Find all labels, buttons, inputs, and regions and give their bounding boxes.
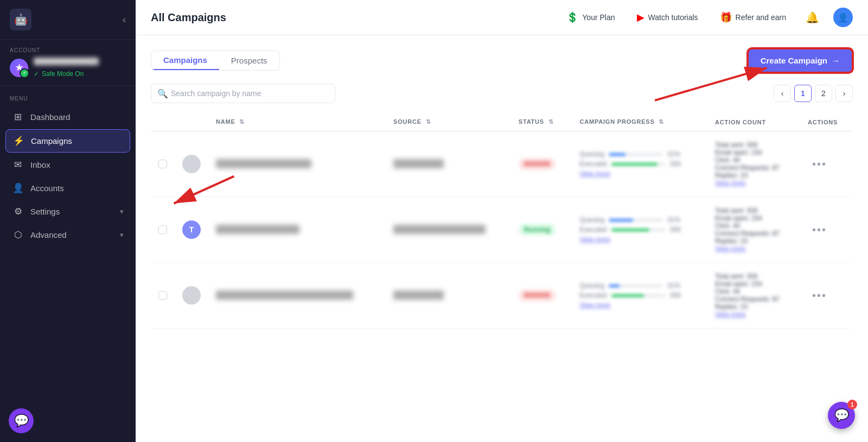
row2-actions-cell: ••• bbox=[800, 197, 853, 263]
pagination-page1-button[interactable]: 1 bbox=[794, 85, 812, 102]
row2-action-count-cell: Total sent: 359 Email open: 154 Click: 4… bbox=[707, 197, 800, 263]
header-actions: 💲 Your Plan ▶ Watch tutorials 🎁 Refer an… bbox=[561, 8, 853, 27]
create-campaign-button[interactable]: Create Campaign → bbox=[748, 48, 853, 73]
row3-checkbox[interactable] bbox=[158, 291, 167, 300]
row3-source-cell: Not Imported bbox=[386, 263, 511, 329]
chat-widget-button[interactable]: 💬 1 bbox=[828, 402, 855, 429]
row3-status-badge: XXXXXX bbox=[519, 289, 556, 301]
main-content: All Campaigns 💲 Your Plan ▶ Watch tutori… bbox=[136, 0, 868, 442]
row3-view-more-link[interactable]: View more bbox=[579, 301, 700, 309]
sidebar-item-accounts[interactable]: 👤 Accounts bbox=[5, 177, 130, 199]
row3-action-view-more[interactable]: View more bbox=[715, 311, 745, 318]
col-header-status: STATUS ⇅ bbox=[511, 113, 572, 131]
row2-status-badge: Running bbox=[519, 224, 556, 236]
row1-action-count-cell: Total sent: 359 Email open: 154 Click: 4… bbox=[707, 131, 800, 197]
row2-check-cell bbox=[151, 197, 175, 263]
tab-prospects[interactable]: Prospects bbox=[219, 51, 279, 70]
sidebar-item-advanced[interactable]: ⬡ Advanced ▾ bbox=[5, 224, 130, 246]
safe-mode-check-icon: ✓ bbox=[34, 70, 39, 78]
table-header-row: NAME ⇅ SOURCE ⇅ STATUS ⇅ CAMPAIGN PROGRE… bbox=[151, 113, 853, 131]
pagination-page2-button[interactable]: 2 bbox=[815, 85, 832, 102]
sidebar-item-label-accounts: Accounts bbox=[30, 184, 64, 193]
row2-avatar-cell: T bbox=[175, 197, 208, 263]
youtube-icon: ▶ bbox=[637, 11, 644, 23]
sidebar-item-settings[interactable]: ⚙ Settings ▾ bbox=[5, 200, 130, 223]
menu-section-label: MENU bbox=[0, 86, 136, 106]
row1-avatar bbox=[182, 155, 201, 173]
tab-campaigns[interactable]: Campaigns bbox=[151, 51, 219, 70]
col-header-progress: CAMPAIGN PROGRESS ⇅ bbox=[572, 113, 707, 131]
row2-source: LinkedIn Search blurred bbox=[393, 225, 486, 234]
sidebar-chat-button[interactable]: 💬 bbox=[9, 408, 34, 433]
logo-icon[interactable]: 🤖 bbox=[10, 9, 31, 30]
progress-sort-icon[interactable]: ⇅ bbox=[659, 118, 664, 125]
sidebar-item-label-dashboard: Dashboard bbox=[30, 112, 70, 122]
row1-progress-cell: Queuing 31% Executed 359 View more bbox=[572, 131, 707, 197]
content-top-row: Campaigns Prospects Create Campaign → bbox=[151, 48, 853, 73]
row3-progress-cell: Queuing 31% Executed 359 View more bbox=[572, 263, 707, 329]
row2-more-button[interactable]: ••• bbox=[808, 222, 831, 238]
sidebar-header: 🤖 ‹ bbox=[0, 0, 136, 40]
row3-name: LinkedIn Campaign 2.18 - Oct 2024 bbox=[216, 291, 353, 300]
sidebar: 🤖 ‹ ACCOUNT ★ ✓ Safe Mode On MENU ⊞ Dash… bbox=[0, 0, 136, 442]
row1-view-more-link[interactable]: View more bbox=[579, 170, 700, 178]
pagination-prev-button[interactable]: ‹ bbox=[774, 85, 791, 102]
row3-avatar-cell bbox=[175, 263, 208, 329]
row1-more-button[interactable]: ••• bbox=[808, 156, 831, 173]
row2-avatar: T bbox=[182, 220, 201, 239]
search-input[interactable] bbox=[151, 84, 335, 103]
row1-name-cell: Blurred Campaign Name bbox=[208, 131, 386, 197]
sidebar-nav: ⊞ Dashboard ⚡ Campaigns ✉ Inbox 👤 Accoun… bbox=[0, 106, 136, 400]
notifications-button[interactable]: 🔔 bbox=[802, 8, 822, 27]
row2-action-view-more[interactable]: View more bbox=[715, 245, 745, 252]
user-avatar[interactable]: 👤 bbox=[833, 8, 853, 27]
sidebar-account-section: ACCOUNT ★ ✓ Safe Mode On bbox=[0, 40, 136, 86]
row3-progress: Queuing 31% Executed 359 View more bbox=[579, 282, 700, 309]
table-row: Blurred Campaign Name Not Imported XXXXX… bbox=[151, 131, 853, 197]
sidebar-item-dashboard[interactable]: ⊞ Dashboard bbox=[5, 106, 130, 128]
row2-checkbox[interactable] bbox=[158, 225, 167, 234]
sidebar-item-label-inbox: Inbox bbox=[30, 160, 50, 169]
col-header-actions: ACTIONS bbox=[800, 113, 853, 131]
account-name bbox=[34, 58, 99, 65]
row1-status-badge: XXXXXX bbox=[519, 158, 556, 170]
row1-checkbox[interactable] bbox=[158, 160, 167, 168]
dashboard-icon: ⊞ bbox=[12, 111, 24, 123]
refer-earn-label: Refer and earn bbox=[736, 13, 786, 22]
watch-tutorials-button[interactable]: ▶ Watch tutorials bbox=[631, 8, 704, 27]
gift-icon: 🎁 bbox=[720, 11, 732, 23]
source-sort-icon[interactable]: ⇅ bbox=[426, 118, 431, 125]
pagination-next-button[interactable]: › bbox=[835, 85, 853, 102]
row2-progress: Queuing 31% Executed 359 View more bbox=[579, 216, 700, 243]
your-plan-icon: 💲 bbox=[566, 11, 578, 23]
row2-name: Test Campaign Name bbox=[216, 225, 299, 234]
row1-name: Blurred Campaign Name bbox=[216, 159, 311, 168]
row1-status-cell: XXXXXX bbox=[511, 131, 572, 197]
settings-icon: ⚙ bbox=[12, 206, 24, 217]
status-sort-icon[interactable]: ⇅ bbox=[548, 118, 554, 125]
sidebar-item-campaigns[interactable]: ⚡ Campaigns bbox=[5, 129, 130, 153]
row3-actions-cell: ••• bbox=[800, 263, 853, 329]
row3-avatar bbox=[182, 286, 201, 305]
row2-name-cell: Test Campaign Name bbox=[208, 197, 386, 263]
inbox-icon: ✉ bbox=[12, 159, 24, 171]
settings-expand-icon: ▾ bbox=[120, 207, 124, 216]
sidebar-item-label-settings: Settings bbox=[30, 207, 60, 216]
your-plan-button[interactable]: 💲 Your Plan bbox=[561, 8, 620, 27]
campaigns-table: NAME ⇅ SOURCE ⇅ STATUS ⇅ CAMPAIGN PROGRE… bbox=[151, 113, 853, 329]
accounts-icon: 👤 bbox=[12, 182, 24, 194]
table-row: LinkedIn Campaign 2.18 - Oct 2024 Not Im… bbox=[151, 263, 853, 329]
name-sort-icon[interactable]: ⇅ bbox=[239, 118, 245, 125]
row1-action-view-more[interactable]: View more bbox=[715, 179, 745, 187]
row2-view-more-link[interactable]: View more bbox=[579, 236, 700, 243]
sidebar-item-inbox[interactable]: ✉ Inbox bbox=[5, 154, 130, 176]
sidebar-item-label-advanced: Advanced bbox=[30, 230, 67, 239]
collapse-sidebar-button[interactable]: ‹ bbox=[123, 14, 126, 26]
row1-actions-cell: ••• bbox=[800, 131, 853, 197]
refer-earn-button[interactable]: 🎁 Refer and earn bbox=[714, 8, 792, 27]
row3-more-button[interactable]: ••• bbox=[808, 287, 831, 304]
account-info: ★ ✓ Safe Mode On bbox=[10, 58, 126, 78]
row1-avatar-cell bbox=[175, 131, 208, 197]
advanced-icon: ⬡ bbox=[12, 229, 24, 241]
table-row: T Test Campaign Name LinkedIn Search blu… bbox=[151, 197, 853, 263]
